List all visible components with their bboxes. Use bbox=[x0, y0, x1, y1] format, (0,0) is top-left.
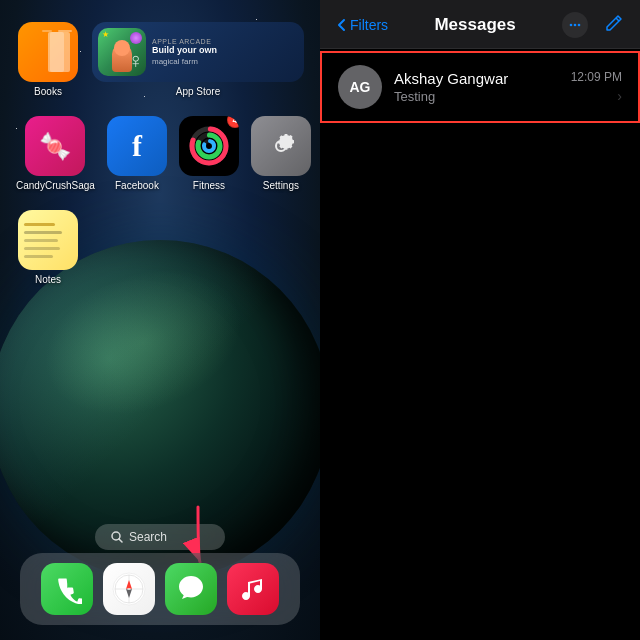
filters-label: Filters bbox=[350, 17, 388, 33]
filters-back-button[interactable]: Filters bbox=[336, 17, 388, 33]
books-label: Books bbox=[34, 86, 62, 98]
conversation-meta: 12:09 PM › bbox=[571, 70, 622, 104]
more-button[interactable] bbox=[562, 12, 588, 38]
fitness-icon-img: 4 bbox=[179, 116, 239, 176]
app-arcade-widget[interactable]: ★ APPLE ARCADE Build your own magical fa… bbox=[92, 22, 304, 98]
settings-icon-img bbox=[251, 116, 311, 176]
settings-gear-icon bbox=[263, 128, 299, 164]
search-icon bbox=[111, 531, 123, 543]
header-actions bbox=[562, 12, 624, 38]
phone-icon bbox=[52, 574, 82, 604]
arcade-widget-box: ★ APPLE ARCADE Build your own magical fa… bbox=[92, 22, 304, 82]
messages-header: Filters Messages bbox=[320, 0, 640, 49]
app-notes[interactable]: Notes bbox=[16, 210, 80, 286]
safari-icon bbox=[112, 572, 146, 606]
compose-button[interactable] bbox=[604, 13, 624, 37]
iphone-home-screen: Books ★ APPLE ARCADE Build your own magi… bbox=[0, 0, 320, 640]
candy-label: CandyCrushSaga bbox=[16, 180, 95, 192]
notes-lines bbox=[18, 215, 78, 266]
arcade-store-label: App Store bbox=[176, 86, 220, 98]
dock bbox=[20, 553, 300, 625]
arcade-text: APPLE ARCADE Build your own magical farm bbox=[152, 38, 217, 66]
svg-point-17 bbox=[578, 24, 581, 27]
candy-icon-img: 🍬 bbox=[25, 116, 85, 176]
avatar-akshay: AG bbox=[338, 65, 382, 109]
notes-icon-img bbox=[18, 210, 78, 270]
music-icon bbox=[238, 574, 268, 604]
notes-label: Notes bbox=[35, 274, 61, 286]
conversation-name: Akshay Gangwar bbox=[394, 70, 559, 87]
messages-title: Messages bbox=[434, 15, 515, 35]
dock-music[interactable] bbox=[227, 563, 279, 615]
arcade-title: Build your own bbox=[152, 45, 217, 57]
dock-phone[interactable] bbox=[41, 563, 93, 615]
compose-icon bbox=[604, 13, 624, 33]
app-books[interactable]: Books bbox=[16, 22, 80, 98]
dock-safari[interactable] bbox=[103, 563, 155, 615]
app-fitness[interactable]: 4 Fitness bbox=[179, 116, 239, 192]
facebook-icon-img: f bbox=[107, 116, 167, 176]
arcade-subtitle: magical farm bbox=[152, 57, 217, 66]
conversation-time: 12:09 PM bbox=[571, 70, 622, 84]
books-icon-img bbox=[18, 22, 78, 82]
conversation-chevron-icon: › bbox=[617, 88, 622, 104]
search-label: Search bbox=[129, 530, 167, 544]
app-facebook[interactable]: f Facebook bbox=[107, 116, 167, 192]
fitness-rings-svg bbox=[188, 125, 230, 167]
facebook-label: Facebook bbox=[115, 180, 159, 192]
arcade-game-image: ★ bbox=[98, 28, 146, 76]
conversation-info: Akshay Gangwar Testing bbox=[394, 70, 559, 104]
messages-empty-area bbox=[320, 125, 640, 640]
app-settings[interactable]: Settings bbox=[251, 116, 311, 192]
svg-point-15 bbox=[570, 24, 573, 27]
messages-icon bbox=[175, 573, 207, 605]
more-icon bbox=[568, 18, 582, 32]
fitness-label: Fitness bbox=[193, 180, 225, 192]
conversation-row-akshay[interactable]: AG Akshay Gangwar Testing 12:09 PM › bbox=[320, 51, 640, 123]
svg-point-16 bbox=[574, 24, 577, 27]
svg-line-7 bbox=[119, 539, 122, 542]
arcade-brand: APPLE ARCADE bbox=[152, 38, 217, 45]
app-candy-crush[interactable]: 🍬 CandyCrushSaga bbox=[16, 116, 95, 192]
messages-app: Filters Messages AG Aks bbox=[320, 0, 640, 640]
facebook-f-icon: f bbox=[132, 129, 142, 163]
conversation-preview: Testing bbox=[394, 89, 559, 104]
settings-label: Settings bbox=[263, 180, 299, 192]
dock-messages[interactable] bbox=[165, 563, 217, 615]
back-chevron-icon bbox=[336, 18, 346, 32]
